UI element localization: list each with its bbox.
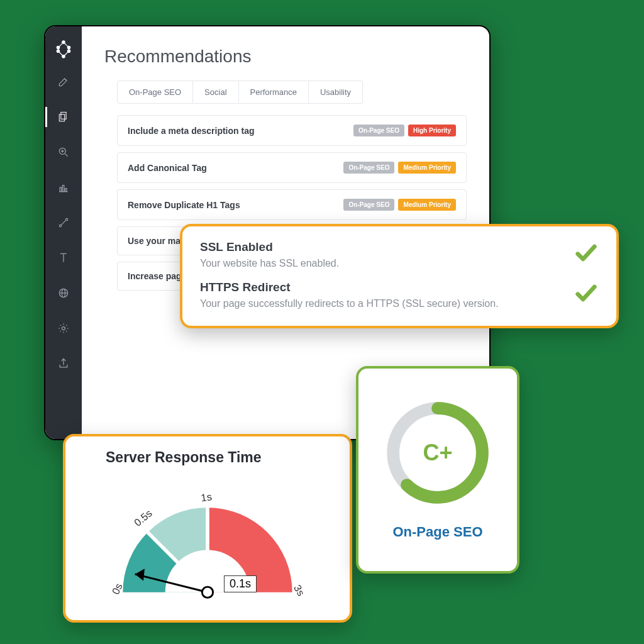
ssl-item-title: HTTPS Redirect (200, 280, 499, 294)
recommendation-row[interactable]: Include a meta description tag On-Page S… (117, 115, 467, 146)
sidebar-item-chart[interactable] (45, 172, 82, 203)
ssl-item-title: SSL Enabled (200, 240, 339, 254)
gauge-value: 0.1s (224, 575, 257, 592)
tab-social[interactable]: Social (193, 80, 238, 104)
gauge-tick: 0.5s (132, 508, 154, 529)
ssl-item-desc: Your page successfully redirects to a HT… (200, 298, 499, 309)
badges: On-Page SEO Medium Priority (343, 162, 456, 174)
tab-usability[interactable]: Usability (309, 80, 363, 104)
ssl-status-card: SSL Enabled Your website has SSL enabled… (180, 224, 619, 328)
svg-line-12 (62, 221, 66, 225)
sidebar-item-edit[interactable] (45, 67, 82, 97)
svg-rect-1 (59, 114, 64, 121)
category-badge: On-Page SEO (343, 199, 394, 211)
sidebar-item-search[interactable] (45, 137, 82, 167)
svg-rect-9 (65, 189, 67, 192)
seo-grade-card: C+ On-Page SEO (356, 366, 519, 574)
recommendation-title: Add Canonical Tag (128, 163, 337, 173)
recommendation-row[interactable]: Remove Duplicate H1 Tags On-Page SEO Med… (117, 189, 467, 220)
grade-letter: C+ (384, 399, 491, 506)
sidebar-item-tool[interactable] (45, 243, 82, 273)
page-title: Recommendations (104, 47, 467, 67)
sidebar-item-share[interactable] (45, 348, 82, 379)
badges: On-Page SEO Medium Priority (343, 199, 456, 211)
svg-point-11 (65, 218, 67, 220)
svg-point-16 (62, 327, 65, 330)
recommendation-row[interactable]: Add Canonical Tag On-Page SEO Medium Pri… (117, 152, 467, 183)
priority-badge: High Priority (408, 125, 456, 136)
category-badge: On-Page SEO (343, 162, 394, 174)
gauge-chart: 0s 0.5s 1s 3s 0.1s (80, 469, 335, 613)
svg-rect-7 (60, 187, 62, 192)
server-response-card: Server Response Time 0s 0.5s 1s 3s (63, 434, 352, 623)
tabs: On-Page SEO Social Performance Usability (117, 80, 467, 104)
grade-label: On-Page SEO (392, 524, 482, 540)
svg-point-21 (202, 587, 213, 597)
recommendation-title: Remove Duplicate H1 Tags (128, 200, 337, 210)
tab-performance[interactable]: Performance (239, 80, 309, 104)
gauge-tick: 1s (200, 491, 213, 503)
ssl-text: SSL Enabled Your website has SSL enabled… (200, 240, 339, 269)
ssl-text: HTTPS Redirect Your page successfully re… (200, 280, 499, 309)
priority-badge: Medium Priority (398, 162, 456, 174)
tab-onpage[interactable]: On-Page SEO (117, 80, 193, 104)
badges: On-Page SEO High Priority (353, 125, 456, 136)
check-icon (574, 280, 599, 308)
sidebar-item-link[interactable] (45, 208, 82, 238)
sidebar-item-settings[interactable] (45, 313, 82, 343)
app-logo-icon (53, 38, 74, 62)
priority-badge: Medium Priority (398, 199, 456, 211)
recommendation-title: Include a meta description tag (128, 126, 347, 136)
gauge-tick: 0s (109, 582, 125, 596)
ssl-item-desc: Your website has SSL enabled. (200, 258, 339, 269)
check-icon (574, 240, 599, 268)
svg-rect-0 (61, 113, 66, 119)
ssl-row: HTTPS Redirect Your page successfully re… (200, 280, 599, 309)
sidebar-item-pages[interactable] (45, 102, 82, 132)
svg-line-3 (65, 154, 68, 157)
sidebar-item-globe[interactable] (45, 278, 82, 308)
ssl-row: SSL Enabled Your website has SSL enabled… (200, 240, 599, 269)
grade-ring-chart: C+ (384, 399, 491, 506)
gauge-tick: 3s (292, 583, 307, 598)
svg-point-10 (59, 225, 61, 226)
svg-rect-8 (62, 186, 64, 192)
category-badge: On-Page SEO (353, 125, 404, 136)
gauge-title: Server Response Time (106, 449, 335, 466)
sidebar (45, 26, 82, 439)
